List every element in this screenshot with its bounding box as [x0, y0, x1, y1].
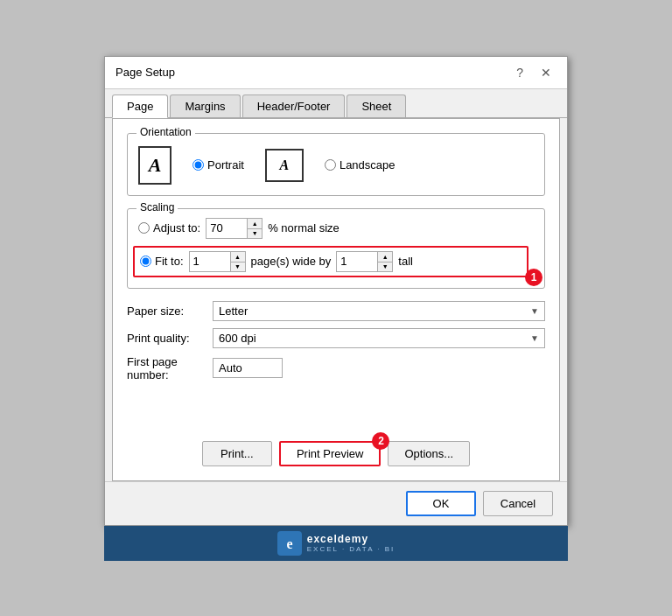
badge-1: 1: [525, 269, 542, 286]
adjust-label: Adjust to:: [153, 221, 200, 234]
print-quality-value: 600 dpi: [219, 332, 530, 345]
fit-wide-suffix: page(s) wide by: [251, 255, 332, 268]
portrait-label: Portrait: [207, 158, 244, 172]
fit-tall-spinner[interactable]: ▲ ▼: [336, 251, 393, 272]
adjust-down-btn[interactable]: ▼: [248, 228, 262, 238]
ok-button[interactable]: OK: [406, 491, 476, 516]
scaling-group: Scaling Adjust to: ▲ ▼ % normal siz: [127, 208, 545, 289]
fit-to-radio[interactable]: Fit to:: [140, 255, 184, 268]
exceldemy-tagline: EXCEL · DATA · BI: [307, 545, 396, 553]
paper-label: Paper size:: [127, 304, 206, 318]
fit-wide-up-btn[interactable]: ▲: [231, 252, 245, 262]
landscape-icon: A: [265, 149, 304, 182]
portrait-radio[interactable]: Portrait: [192, 158, 244, 172]
print-preview-button[interactable]: Print Preview: [279, 441, 382, 466]
badge-2: 2: [372, 432, 389, 450]
tab-page[interactable]: Page: [112, 94, 168, 118]
tab-bar: Page Margins Header/Footer Sheet: [105, 89, 567, 118]
adjust-to-row: Adjust to: ▲ ▼ % normal size: [138, 218, 534, 239]
fit-label: Fit to:: [155, 255, 184, 268]
fit-wide-down-btn[interactable]: ▼: [231, 262, 245, 271]
landscape-radio[interactable]: Landscape: [325, 158, 396, 172]
fit-wide-input[interactable]: [190, 253, 230, 270]
print-button[interactable]: Print...: [202, 441, 272, 466]
adjust-spinner[interactable]: ▲ ▼: [206, 218, 262, 239]
exceldemy-logo: e exceldemy EXCEL · DATA · BI: [277, 531, 396, 556]
paper-size-row: Paper size: Letter ▼: [127, 301, 545, 321]
fit-tall-suffix: tall: [398, 255, 413, 268]
scaling-label: Scaling: [136, 201, 178, 214]
adjust-radio-input[interactable]: [138, 222, 150, 234]
cancel-button[interactable]: Cancel: [483, 491, 553, 516]
options-button[interactable]: Options...: [388, 441, 470, 466]
orientation-group: Orientation A Portrait A: [127, 133, 545, 196]
tab-header-footer[interactable]: Header/Footer: [242, 94, 346, 117]
exceldemy-brand: exceldemy: [307, 533, 396, 545]
paper-value: Letter: [219, 304, 530, 318]
landscape-label: Landscape: [340, 158, 396, 172]
tab-sheet[interactable]: Sheet: [346, 94, 406, 117]
fit-tall-spinner-btns: ▲ ▼: [377, 252, 392, 271]
landscape-radio-input[interactable]: [325, 159, 336, 171]
adjust-spinner-btns: ▲ ▼: [247, 219, 262, 238]
help-button[interactable]: ?: [511, 64, 528, 81]
portrait-icon: A: [138, 146, 172, 185]
first-page-row: First page number:: [127, 355, 545, 382]
adjust-up-btn[interactable]: ▲: [248, 219, 262, 228]
adjust-suffix: % normal size: [268, 221, 340, 234]
first-page-label: First page number:: [127, 355, 206, 382]
close-button[interactable]: ✕: [536, 64, 556, 81]
adjust-to-radio[interactable]: Adjust to:: [138, 221, 200, 234]
paper-dropdown-arrow: ▼: [530, 306, 539, 316]
print-quality-label: Print quality:: [127, 332, 206, 345]
first-page-input[interactable]: [213, 358, 283, 378]
print-quality-row: Print quality: 600 dpi ▼: [127, 328, 545, 348]
fit-wide-spinner-btns: ▲ ▼: [230, 252, 245, 271]
exceldemy-logo-icon: e: [277, 531, 302, 556]
dialog-title: Page Setup: [116, 66, 175, 79]
svg-text:e: e: [286, 536, 292, 551]
print-quality-arrow: ▼: [530, 333, 539, 343]
print-quality-dropdown[interactable]: 600 dpi ▼: [213, 328, 545, 348]
exceldemy-bar: e exceldemy EXCEL · DATA · BI: [104, 526, 568, 561]
fit-tall-up-btn[interactable]: ▲: [378, 252, 392, 262]
portrait-radio-input[interactable]: [192, 159, 204, 171]
fit-tall-input[interactable]: [337, 253, 377, 270]
fit-wide-spinner[interactable]: ▲ ▼: [189, 251, 246, 272]
dialog-footer: OK Cancel: [105, 481, 567, 525]
tab-margins[interactable]: Margins: [170, 94, 240, 117]
adjust-value-input[interactable]: [206, 220, 247, 236]
orientation-label: Orientation: [136, 126, 195, 138]
fit-to-row: Fit to: ▲ ▼ page(s) wide by: [133, 246, 528, 277]
paper-dropdown[interactable]: Letter ▼: [213, 301, 545, 321]
fit-radio-input[interactable]: [140, 256, 151, 267]
fit-tall-down-btn[interactable]: ▼: [378, 262, 392, 271]
